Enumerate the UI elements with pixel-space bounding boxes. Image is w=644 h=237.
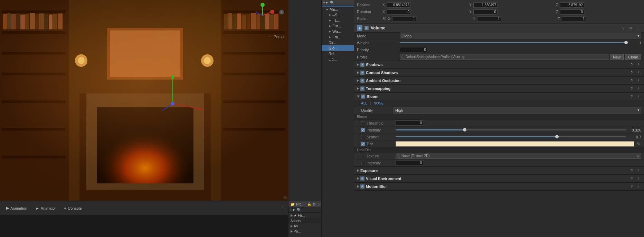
console-tab[interactable]: ≡ Console bbox=[61, 205, 85, 212]
scatter-value: 0.7 bbox=[627, 135, 641, 139]
exposure-help-btn[interactable]: ? bbox=[629, 168, 634, 173]
viewport[interactable]: × ← Persp Gi... bbox=[0, 0, 288, 201]
settings-icon[interactable]: ⚙ bbox=[313, 202, 316, 206]
hierarchy-item-glo[interactable]: Glo... bbox=[322, 45, 354, 51]
bloom-help-btn[interactable]: ? bbox=[629, 94, 634, 99]
scatter-slider[interactable]: 0.7 bbox=[396, 135, 641, 139]
hierarchy-item-rel[interactable]: Rel... bbox=[322, 51, 354, 56]
rot-y-input[interactable] bbox=[473, 9, 498, 15]
tint-checkbox[interactable] bbox=[361, 142, 365, 146]
profile-target-icon[interactable]: ◎ bbox=[462, 55, 465, 59]
volume-more-btn[interactable]: ⋮ bbox=[636, 25, 641, 31]
ambient-help-btn[interactable]: ? bbox=[629, 78, 634, 83]
shadows-checkbox[interactable] bbox=[360, 63, 364, 67]
volume-settings-btn[interactable]: ⚙ bbox=[628, 25, 634, 31]
lens-intensity-input[interactable] bbox=[396, 160, 423, 165]
texture-target-icon[interactable]: ◎ bbox=[637, 154, 640, 158]
bloom-checkbox[interactable] bbox=[361, 94, 365, 99]
scale-x-input[interactable] bbox=[392, 16, 416, 21]
animation-tab[interactable]: ▶ Animation bbox=[3, 204, 31, 212]
shadows-header[interactable]: Shadows ? ⋮ bbox=[354, 61, 644, 69]
contact-shadows-help-btn[interactable]: ? bbox=[629, 70, 634, 75]
tonemapping-more-btn[interactable]: ⋮ bbox=[636, 86, 641, 91]
shadows-help-btn[interactable]: ? bbox=[629, 62, 634, 67]
visual-env-checkbox[interactable] bbox=[360, 176, 364, 181]
tint-edit-icon[interactable]: ✎ bbox=[636, 141, 641, 147]
motion-blur-checkbox[interactable] bbox=[360, 184, 364, 189]
hierarchy-item-dir[interactable]: Dir... bbox=[322, 40, 354, 45]
intensity-slider[interactable]: 0.326 bbox=[396, 128, 641, 132]
assets-item[interactable]: As... bbox=[288, 224, 321, 229]
bloom-header[interactable]: Bloom ? ⋮ bbox=[354, 93, 644, 100]
threshold-checkbox[interactable] bbox=[361, 121, 365, 125]
hierarchy-item-0[interactable]: ► Ma... bbox=[322, 7, 354, 12]
pos-x-input[interactable] bbox=[387, 2, 411, 8]
pos-y-label: Y bbox=[469, 3, 473, 7]
ambient-occlusion-checkbox[interactable] bbox=[360, 79, 364, 83]
tonemapping-checkbox[interactable] bbox=[360, 86, 364, 91]
lens-intensity-checkbox[interactable] bbox=[361, 161, 365, 165]
hierarchy-add-btn[interactable]: +▼ bbox=[323, 1, 329, 4]
exposure-more-btn[interactable]: ⋮ bbox=[636, 168, 641, 173]
animator-icon: ► bbox=[36, 206, 39, 210]
ambient-occlusion-header[interactable]: Ambient Occlusion ? ⋮ bbox=[354, 77, 644, 84]
quality-dropdown[interactable]: High ▾ bbox=[394, 107, 641, 113]
visual-env-more-btn[interactable]: ⋮ bbox=[636, 176, 641, 181]
all-btn[interactable]: ALL bbox=[361, 101, 367, 105]
threshold-input[interactable] bbox=[396, 120, 423, 126]
hierarchy-item-5[interactable]: ► Fra... bbox=[322, 34, 354, 40]
favorites-item[interactable]: ★ Fa... bbox=[288, 213, 321, 218]
hierarchy-search-icon[interactable]: 🔍 bbox=[330, 1, 334, 4]
add-asset-btn[interactable]: +▼ bbox=[290, 208, 295, 212]
scale-y-input[interactable] bbox=[477, 16, 501, 21]
volume-help-btn[interactable]: ? bbox=[621, 25, 626, 31]
rot-z-input[interactable] bbox=[560, 9, 584, 15]
tint-color-box[interactable] bbox=[396, 141, 634, 147]
volume-enabled-checkbox[interactable] bbox=[364, 26, 369, 30]
none-btn[interactable]: NONE bbox=[373, 101, 383, 105]
weight-slider[interactable]: 1 bbox=[400, 41, 641, 45]
hierarchy-item-2[interactable]: ► --L... bbox=[322, 18, 354, 23]
weight-label: Weight bbox=[357, 41, 398, 45]
more-icon[interactable]: ⋮ bbox=[317, 202, 321, 206]
intensity-checkbox[interactable] bbox=[361, 128, 365, 132]
tab-more-menu[interactable]: ⋮ bbox=[280, 206, 285, 211]
contact-shadows-header[interactable]: Contact Shadows ? ⋮ bbox=[354, 69, 644, 76]
transform-section: Position X Y Z Rota bbox=[354, 0, 644, 24]
ambient-more-btn[interactable]: ⋮ bbox=[636, 78, 641, 83]
hierarchy-item-4[interactable]: ► Wa... bbox=[322, 29, 354, 34]
contact-shadows-checkbox[interactable] bbox=[360, 71, 364, 75]
tonemapping-help-btn[interactable]: ? bbox=[629, 86, 634, 91]
hierarchy-item-1[interactable]: ► --S... bbox=[322, 12, 354, 18]
rot-x-input[interactable] bbox=[387, 9, 411, 15]
pos-y-input[interactable] bbox=[473, 2, 498, 8]
new-profile-btn[interactable]: New bbox=[610, 54, 624, 60]
scale-z-input[interactable] bbox=[562, 16, 586, 21]
search-asset-icon[interactable]: 🔍 bbox=[297, 208, 301, 212]
mode-dropdown[interactable]: Global ▾ bbox=[400, 33, 641, 39]
exposure-header[interactable]: Exposure ? ⋮ bbox=[354, 167, 644, 174]
hierarchy-item-3[interactable]: ► Fur... bbox=[322, 23, 354, 29]
packages-item[interactable]: Pa... bbox=[288, 229, 321, 234]
bloom-more-btn[interactable]: ⋮ bbox=[636, 94, 641, 99]
lock-icon[interactable]: 🔒 bbox=[307, 202, 311, 206]
contact-shadows-more-btn[interactable]: ⋮ bbox=[636, 70, 641, 75]
priority-input[interactable] bbox=[400, 47, 427, 52]
threshold-label: Threshold bbox=[367, 121, 394, 125]
scale-label: Scale bbox=[357, 17, 381, 21]
quality-value: High bbox=[395, 108, 403, 112]
scatter-checkbox[interactable] bbox=[361, 135, 365, 139]
animator-tab[interactable]: ► Animator bbox=[32, 205, 59, 212]
clone-profile-btn[interactable]: Clone bbox=[625, 54, 641, 60]
hierarchy-item-lig[interactable]: Lig... bbox=[322, 56, 354, 62]
scale-link-icon[interactable]: ⛓ bbox=[382, 16, 386, 21]
motion-blur-help-btn[interactable]: ? bbox=[629, 184, 634, 189]
motion-blur-more-btn[interactable]: ⋮ bbox=[636, 184, 641, 189]
pos-z-input[interactable] bbox=[560, 2, 584, 8]
visual-env-help-btn[interactable]: ? bbox=[629, 176, 634, 181]
visual-env-header[interactable]: Visual Environment ? ⋮ bbox=[354, 175, 644, 182]
motion-blur-header[interactable]: Motion Blur ? ⋮ bbox=[354, 183, 644, 190]
tonemapping-header[interactable]: Tonemapping ? ⋮ bbox=[354, 85, 644, 92]
shadows-more-btn[interactable]: ⋮ bbox=[636, 62, 641, 67]
texture-checkbox[interactable] bbox=[361, 154, 365, 158]
